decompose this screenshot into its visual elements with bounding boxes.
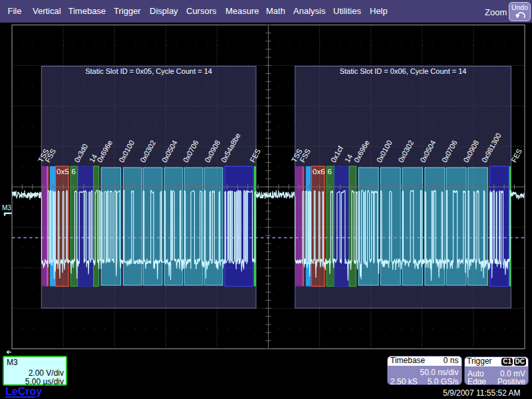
svg-text:0x5: 0x5 [57, 168, 69, 176]
svg-text:Static Slot ID = 0x06, Cycle C: Static Slot ID = 0x06, Cycle Count = 14 [340, 67, 467, 75]
svg-text:6: 6 [328, 168, 332, 176]
svg-text:6: 6 [72, 168, 76, 176]
svg-text:0x6: 0x6 [313, 168, 325, 176]
svg-text:M3: M3 [2, 204, 11, 211]
svg-text:Static Slot ID = 0x05, Cycle C: Static Slot ID = 0x05, Cycle Count = 14 [85, 67, 212, 75]
